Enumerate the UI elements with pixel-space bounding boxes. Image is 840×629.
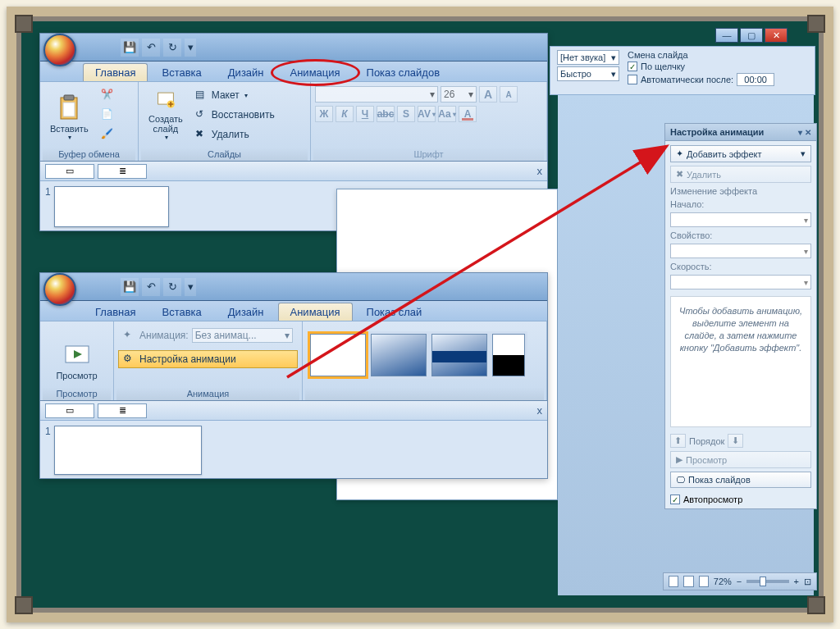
format-painter-button[interactable]: 🖌️ (96, 125, 119, 144)
strike-button[interactable]: abc (377, 106, 395, 122)
slide-thumbnail[interactable] (54, 186, 169, 227)
copy-button[interactable]: 📄 (96, 106, 119, 124)
slideshow-view-button[interactable] (699, 576, 709, 587)
slideshow-button[interactable]: 🖵 Показ слайдов (670, 472, 811, 488)
zoom-out-button[interactable]: − (737, 577, 742, 586)
undo-icon[interactable]: ↶ (142, 39, 160, 57)
modify-effect-label: Изменение эффекта (670, 186, 811, 196)
preview-button[interactable]: Просмотр (50, 326, 103, 385)
repeat-icon[interactable]: ↻ (163, 39, 181, 57)
italic-button[interactable]: К (336, 106, 354, 122)
char-spacing-button[interactable]: AV▾ (418, 106, 436, 122)
underline-button[interactable]: Ч (356, 106, 374, 122)
animation-combo[interactable]: ✦ Анимация: Без анимац...▾ (118, 326, 298, 345)
shrink-font-button[interactable]: A (500, 86, 518, 103)
minimize-button[interactable]: — (715, 28, 738, 43)
slides-group-label: Слайды (141, 148, 308, 161)
on-click-checkbox[interactable]: ✓ (628, 62, 637, 71)
font-name-combo[interactable]: ▾ (315, 86, 438, 103)
office-button-2[interactable] (43, 273, 76, 306)
outline-close-button-2[interactable]: x (537, 404, 543, 417)
transition-speed-combo[interactable]: Быстро▾ (557, 66, 619, 81)
sorter-view-button[interactable] (683, 576, 693, 587)
zoom-value: 72% (714, 577, 732, 586)
start-label: Начало: (670, 199, 811, 209)
shadow-button[interactable]: S (397, 106, 415, 122)
tab-insert[interactable]: Вставка (149, 63, 213, 81)
custom-animation-button[interactable]: ⚙ Настройка анимации (118, 350, 298, 368)
tab-slideshow-2[interactable]: Показ слай (354, 303, 435, 321)
save-icon-2[interactable]: 💾 (121, 278, 139, 296)
font-size-combo[interactable]: 26▾ (441, 86, 477, 103)
outline-close-button[interactable]: x (537, 165, 543, 177)
zoom-in-button[interactable]: + (794, 577, 799, 586)
transition-bw[interactable] (492, 334, 525, 376)
transition-fade[interactable] (371, 334, 427, 376)
reorder-up-button[interactable]: ⬆ (670, 434, 686, 448)
play-button[interactable]: ▶ Просмотр (670, 451, 811, 468)
animation-group-label: Анимация (116, 387, 299, 400)
tab-design[interactable]: Дизайн (216, 63, 276, 81)
speed-label: Скорость: (670, 262, 811, 271)
brush-icon: 🖌️ (101, 128, 114, 141)
tab-insert-2[interactable]: Вставка (149, 303, 213, 321)
screen-icon: 🖵 (676, 475, 685, 485)
delete-icon: ✖ (195, 128, 208, 141)
delete-button[interactable]: ✖Удалить (190, 125, 280, 144)
slides-tab[interactable]: ▭ (45, 164, 94, 179)
tab-home[interactable]: Главная (83, 63, 148, 81)
bold-button[interactable]: Ж (315, 106, 333, 122)
copy-icon: 📄 (101, 108, 114, 121)
slides-tab-2[interactable]: ▭ (45, 403, 94, 418)
svg-rect-1 (64, 95, 74, 100)
property-combo[interactable]: ▾ (670, 244, 811, 258)
tab-slideshow[interactable]: Показ слайдов (354, 63, 453, 81)
taskpane-menu-icon[interactable]: ▾ (798, 128, 802, 137)
auto-after-time[interactable]: 00:00 (737, 73, 774, 86)
reset-button[interactable]: ↺Восстановить (190, 106, 280, 124)
repeat-icon-2[interactable]: ↻ (163, 278, 181, 296)
close-button[interactable]: ✕ (765, 28, 788, 43)
slide-thumbnail-2[interactable] (54, 426, 202, 475)
gear-star-icon: ⚙ (123, 353, 136, 366)
zoom-slider[interactable] (746, 580, 788, 583)
tab-animation-2[interactable]: Анимация (278, 303, 353, 321)
fit-button[interactable]: ⊡ (804, 577, 811, 587)
taskpane-close-icon[interactable]: ✕ (805, 128, 811, 137)
property-label: Свойство: (670, 230, 811, 240)
qat-dropdown-icon-2[interactable]: ▾ (185, 278, 196, 296)
outline-tab[interactable]: ≣ (98, 164, 147, 179)
remove-icon: ✖ (676, 169, 683, 180)
transition-sound-combo[interactable]: [Нет звука]▾ (557, 50, 619, 65)
save-icon[interactable]: 💾 (121, 39, 139, 57)
cut-button[interactable]: ✂️ (96, 86, 119, 104)
layout-button[interactable]: ▤Макет▾ (190, 86, 280, 104)
change-case-button[interactable]: Aa▾ (438, 106, 456, 122)
reorder-down-button[interactable]: ⬇ (728, 434, 743, 448)
paste-button[interactable]: Вставить▾ (44, 86, 94, 145)
tab-animation[interactable]: Анимация (278, 63, 353, 81)
grow-font-button[interactable]: A (479, 86, 497, 103)
autopreview-checkbox[interactable]: ✓ (670, 495, 680, 504)
undo-icon-2[interactable]: ↶ (142, 278, 160, 296)
speed-combo[interactable]: ▾ (670, 275, 811, 289)
qat-dropdown-icon[interactable]: ▾ (185, 39, 196, 57)
tab-design-2[interactable]: Дизайн (216, 303, 276, 321)
start-combo[interactable]: ▾ (670, 212, 811, 227)
tab-home-2[interactable]: Главная (83, 303, 148, 321)
outline-tab-2[interactable]: ≣ (98, 403, 147, 418)
add-effect-button[interactable]: ✦ Добавить эффект ▾ (670, 145, 811, 162)
slide-number-2: 1 (45, 426, 51, 437)
maximize-button[interactable]: ▢ (740, 28, 763, 43)
font-color-button[interactable]: A (459, 106, 477, 122)
transition-stripe[interactable] (431, 334, 487, 376)
transition-none[interactable] (310, 334, 366, 376)
new-slide-button[interactable]: Создать слайд▾ (143, 86, 189, 145)
remove-effect-button[interactable]: ✖ Удалить (670, 166, 811, 183)
new-slide-icon (153, 90, 179, 111)
normal-view-button[interactable] (669, 576, 678, 587)
office-button[interactable] (43, 34, 76, 66)
auto-after-checkbox[interactable] (628, 75, 637, 84)
preview-label: Просмотр (56, 371, 97, 381)
play-icon: ▶ (676, 454, 682, 465)
